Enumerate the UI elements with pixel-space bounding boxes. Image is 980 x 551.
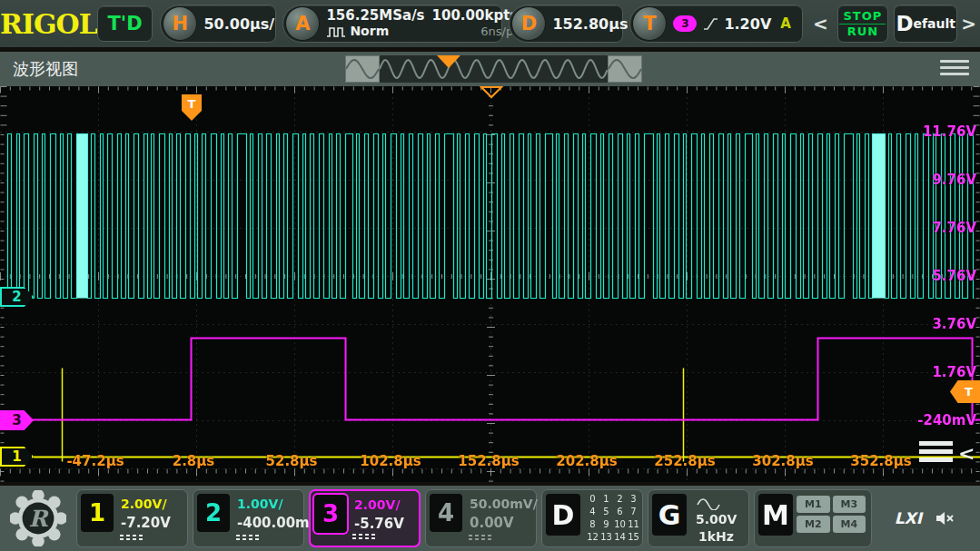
- channel2-button[interactable]: 2 1.00V/ -400.00mV: [193, 489, 304, 547]
- trigger-settings-button[interactable]: T 3 1.20V A: [629, 5, 802, 43]
- trigger-status-button[interactable]: T'D: [97, 5, 153, 42]
- collapsed-menu-icon[interactable]: <: [919, 441, 975, 466]
- menu-icon[interactable]: [940, 60, 969, 79]
- time-label: 252.8µs: [654, 453, 715, 469]
- math-slot-button[interactable]: M4: [833, 516, 866, 533]
- trigger-knob[interactable]: T: [632, 6, 667, 41]
- math-button[interactable]: M M1M3M2M4: [754, 489, 872, 547]
- scrollbar-left-handle[interactable]: [345, 55, 380, 83]
- gear-icon: R: [10, 490, 66, 546]
- scrollbar-right-handle[interactable]: [608, 55, 642, 83]
- overview-trigger-marker-icon[interactable]: [437, 55, 460, 68]
- math-slot-button[interactable]: M1: [797, 496, 830, 513]
- math-key: M: [758, 494, 793, 536]
- sine-icon: [694, 492, 730, 510]
- default-label-rest: efault: [913, 16, 955, 31]
- waveform-view-bar: 波形视图: [0, 52, 980, 86]
- sample-rate: 156.25MSa/s: [326, 8, 424, 24]
- delay-knob[interactable]: D: [511, 6, 546, 41]
- channel1-button[interactable]: 1 2.00V/ -7.20V: [76, 489, 188, 547]
- channel2-offset: -400.00mV: [237, 515, 320, 531]
- toolbar-next-arrow[interactable]: >: [957, 13, 980, 34]
- rigol-logo: RIGOL: [0, 8, 97, 40]
- horizontal-settings-button[interactable]: H 50.00µs/: [160, 5, 276, 43]
- channel2-number: 2: [197, 494, 230, 532]
- run-label: RUN: [847, 25, 878, 38]
- view-title: 波形视图: [13, 58, 78, 80]
- settings-gear-button[interactable]: R: [0, 490, 76, 546]
- waveform-canvas[interactable]: [0, 86, 980, 482]
- digital-channel-label: 10: [613, 518, 627, 531]
- horizontal-knob[interactable]: H: [163, 6, 197, 41]
- channel1-number: 1: [81, 494, 114, 532]
- time-label: -47.2µs: [66, 453, 124, 469]
- digital-channel-label: 9: [599, 518, 613, 531]
- digital-channel-label: 13: [599, 531, 613, 544]
- delay-indicator-icon[interactable]: [480, 86, 503, 99]
- generator-voltage: 5.00V: [696, 512, 737, 526]
- memory-depth: 100.00kpts: [432, 8, 519, 24]
- time-label: 2.8µs: [173, 453, 215, 469]
- digital-channel-label: 12: [586, 531, 599, 544]
- channel1-scale: 2.00V/: [121, 497, 167, 511]
- acquisition-knob[interactable]: A: [285, 6, 320, 41]
- digital-channel-label: 1: [599, 493, 613, 506]
- channel3-button[interactable]: 3 2.00V/ -5.76V: [309, 489, 421, 547]
- digital-channel-label: 4: [586, 506, 599, 518]
- math-slot-button[interactable]: M2: [797, 516, 830, 533]
- sine-preview-icon: [609, 56, 641, 82]
- speaker-muted-icon[interactable]: [935, 509, 956, 527]
- trigger-sweep-flag: A: [780, 15, 791, 32]
- voltage-label: 1.76V: [932, 364, 976, 380]
- coupling-icon: [236, 535, 262, 542]
- math-channel-grid: M1M3M2M4: [797, 496, 866, 533]
- digital-channel-label: 0: [586, 493, 599, 506]
- run-stop-button[interactable]: STOP RUN: [837, 5, 888, 43]
- toolbar-prev-arrow[interactable]: <: [809, 13, 832, 34]
- channel3-scale: 2.00V/: [354, 497, 401, 512]
- waveform-overview-strip[interactable]: [380, 55, 608, 83]
- coupling-icon: [352, 534, 378, 541]
- coupling-icon: [120, 535, 145, 542]
- digital-channel-label: 6: [613, 506, 627, 518]
- default-button[interactable]: Default: [894, 5, 957, 43]
- channel3-number: 3: [314, 495, 347, 533]
- math-slot-button[interactable]: M3: [833, 496, 866, 513]
- digital-channel-label: 14: [613, 531, 627, 544]
- digital-channels-button[interactable]: D 0123456789101112131415: [541, 489, 643, 547]
- time-label: 302.8µs: [752, 453, 813, 469]
- coupling-icon: [469, 535, 494, 542]
- delay-settings-button[interactable]: D 152.80µs: [509, 5, 623, 43]
- channel4-number: 4: [430, 494, 462, 532]
- generator-button[interactable]: G 5.00V 1kHz: [648, 489, 749, 547]
- bottom-toolbar: R 1 2.00V/ -7.20V 2 1.00V/ -400.00mV 3 2…: [0, 486, 980, 551]
- digital-channel-label: 15: [627, 531, 640, 544]
- voltage-label: 7.76V: [932, 220, 976, 236]
- rising-edge-icon: [702, 15, 718, 32]
- digital-channel-label: 5: [599, 506, 613, 518]
- channel4-button[interactable]: 4 50.00mV/ 0.00V: [425, 489, 537, 547]
- waveform-overview-sine: [380, 55, 608, 83]
- digital-channel-label: 3: [627, 493, 640, 506]
- timebase-scrollbar[interactable]: [345, 55, 642, 83]
- time-label: 152.8µs: [458, 453, 519, 469]
- time-label: 352.8µs: [850, 453, 911, 469]
- oscilloscope-screen: RIGOL T'D H 50.00µs/ A 156.25MSa/s 100.0…: [0, 0, 980, 551]
- timebase-value: 50.00µs/: [203, 15, 274, 33]
- channel3-offset: -5.76V: [354, 516, 404, 532]
- delay-value: 152.80µs: [552, 15, 628, 33]
- lxi-status: LXI: [895, 509, 922, 527]
- channel4-scale: 50.00mV/: [470, 497, 538, 511]
- generator-key: G: [652, 494, 687, 536]
- stop-label: STOP: [839, 9, 886, 25]
- waveform-display: 11.76V9.76V7.76V5.76V3.76V1.76V-240mV -4…: [0, 86, 980, 482]
- time-label: 52.8µs: [266, 453, 318, 469]
- channel1-offset: -7.20V: [121, 515, 171, 531]
- digital-key: D: [546, 494, 580, 536]
- top-toolbar: RIGOL T'D H 50.00µs/ A 156.25MSa/s 100.0…: [0, 0, 980, 47]
- acquisition-settings-button[interactable]: A 156.25MSa/s 100.00kpts Norm 6ns/pt: [282, 5, 502, 43]
- digital-channel-label: 8: [586, 518, 599, 531]
- trigger-source-badge: 3: [673, 15, 697, 32]
- voltage-label: -240mV: [917, 412, 976, 428]
- voltage-label: 11.76V: [923, 123, 976, 140]
